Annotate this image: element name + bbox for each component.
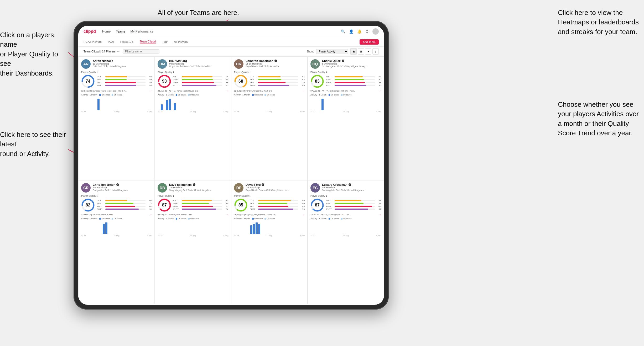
player-name[interactable]: Blair McHarg [169, 59, 228, 62]
player-name[interactable]: David Ford ✓ [246, 183, 305, 186]
player-name[interactable]: Aaron Nicholls [93, 59, 152, 62]
search-icon[interactable]: 🔍 [341, 29, 345, 34]
player-card[interactable]: CR Cameron Robertson ✓ 11-15 Handicap Ro… [231, 56, 308, 180]
latest-round-arrow[interactable]: → [226, 214, 228, 216]
nav-performance[interactable]: My Performance [130, 30, 153, 33]
grid-view-button[interactable]: ⊞ [350, 48, 357, 55]
latest-round-arrow[interactable]: → [379, 90, 381, 92]
profile-icon[interactable]: 👤 [349, 29, 354, 34]
legend-on-label: On course [331, 94, 339, 96]
annotation-heatmaps: Click here to view theHeatmaps or leader… [558, 8, 639, 36]
nav-teams[interactable]: Teams [116, 30, 125, 33]
stat-bar-fill-arg [258, 206, 288, 207]
axis-31jul: 31 Jul [234, 235, 239, 236]
nav-home[interactable]: Home [102, 30, 111, 33]
player-handicap: 1-5 Handicap [246, 186, 305, 189]
activity-chart-container: 31 Jul 21 Aug 4 Sep [81, 221, 152, 236]
player-name[interactable]: Cameron Robertson ✓ [246, 59, 305, 62]
latest-round[interactable]: 26 Aug 23 | 73 (+1), Royal North Devon G… [158, 90, 228, 92]
latest-round-arrow[interactable]: → [226, 90, 228, 92]
annotation-activities: Choose whether you seeyour players Activ… [558, 100, 639, 138]
quality-content: 68 OTT 61 APP 63 ARG [234, 74, 305, 88]
player-name[interactable]: Charlie Quick ✓ [322, 59, 381, 62]
player-card[interactable]: DB Dave Billingham ✓ 1-5 Handicap Slog M… [155, 180, 231, 304]
edit-icon[interactable]: ✏ [117, 50, 120, 53]
stat-label-ott: OTT [250, 199, 257, 202]
subnav-hcaps[interactable]: Hcaps 1-5 [120, 40, 133, 44]
latest-round[interactable]: 04 Sep 23 | Mobility with coach, Gym → [158, 214, 228, 216]
quality-circle[interactable]: 82 [81, 198, 95, 212]
search-input[interactable] [123, 49, 159, 54]
player-card[interactable]: CR Chris Robertson ✓ 1-5 Handicap Craigm… [78, 180, 155, 304]
latest-round-arrow[interactable]: → [303, 90, 305, 92]
axis-21aug: 21 Aug [343, 111, 349, 113]
stat-value-putt: 95 [223, 84, 228, 87]
subnav-tour[interactable]: Tour [162, 40, 168, 44]
sort-button[interactable]: ↕ [372, 48, 379, 55]
quality-circle[interactable]: 93 [158, 74, 171, 88]
chart-axis: 31 Jul 21 Aug 4 Sep [158, 235, 228, 236]
subnav-pga[interactable]: PGA [108, 40, 114, 44]
stat-row-app: APP 79 [326, 202, 381, 205]
legend-on-label: On course [101, 218, 110, 220]
player-card[interactable]: AN Aaron Nicholls 11-15 Handicap Drift G… [78, 56, 155, 180]
add-team-button[interactable]: Add Team [360, 39, 379, 45]
stat-label-arg: ARG [97, 81, 104, 84]
verified-badge: ✓ [342, 60, 344, 62]
player-header: BM Blair McHarg Plus Handicap Royal Nort… [158, 59, 228, 69]
latest-round[interactable]: 03 Mar 23 | 19, Must make putting → [81, 214, 152, 216]
player-card[interactable]: EC Edward Crossman ✓ 1-5 Handicap Sunnin… [308, 180, 384, 304]
filter-button[interactable]: ▼ [365, 48, 371, 55]
latest-round[interactable]: 02 Jul 23 | 59 (+17), Craigmillar Park G… [234, 90, 305, 92]
axis-31jul: 31 Jul [310, 111, 315, 113]
stat-value-app: 79 [376, 202, 381, 205]
subnav-team-clippd[interactable]: Team Clippd [140, 40, 156, 44]
quality-number: 82 [86, 203, 90, 207]
stat-bar-bg-app [182, 79, 222, 80]
latest-round[interactable]: 02 Sep 23 | Sunrose round to get back in… [81, 90, 152, 92]
quality-circle[interactable]: 85 [234, 198, 248, 212]
player-card[interactable]: CQ Charlie Quick ✓ 6-10 Handicap St. Geo… [308, 56, 384, 180]
latest-round-arrow[interactable]: → [303, 214, 305, 216]
latest-round[interactable]: 07 Aug 23 | 77 (+7), St George's Hill GC… [310, 90, 381, 92]
activity-chart-container: 31 Jul 21 Aug 4 Sep [158, 221, 228, 236]
chart-bar [169, 99, 171, 110]
quality-circle[interactable]: 68 [234, 74, 248, 88]
stat-label-app: APP [173, 202, 181, 205]
player-name[interactable]: Chris Robertson ✓ [93, 183, 152, 186]
latest-round-arrow[interactable]: → [379, 214, 381, 216]
settings-icon[interactable]: ⚙ [365, 29, 369, 34]
quality-circle[interactable]: 74 [81, 74, 95, 88]
player-card[interactable]: BM Blair McHarg Plus Handicap Royal Nort… [155, 56, 231, 180]
player-name[interactable]: Edward Crossman ✓ [322, 183, 381, 186]
stat-label-putt: PUTT [250, 208, 257, 210]
quality-number: 85 [238, 203, 243, 207]
stat-bar-fill-arg [105, 206, 135, 207]
latest-round-arrow[interactable]: → [150, 214, 152, 216]
legend-off: Off course [188, 94, 199, 96]
show-select[interactable]: Player Activity Quality Score Trend [316, 49, 348, 54]
list-view-button[interactable]: ⊟ [358, 48, 364, 55]
axis-21aug: 21 Aug [190, 235, 196, 236]
latest-round-arrow[interactable]: → [150, 90, 152, 92]
subnav-all-players[interactable]: All Players [174, 40, 188, 44]
latest-round[interactable]: 19 Jul 23 | 74 (+4), Sunningdale GC - Ol… [310, 214, 381, 216]
stat-bar-bg-arg [258, 206, 298, 207]
avatar[interactable] [372, 28, 379, 35]
legend-on: On course [176, 217, 187, 220]
latest-round-text: 26 Aug 23 | 84 (+12), Royal North Devon … [234, 214, 276, 216]
quality-circle[interactable]: 83 [310, 74, 324, 88]
quality-circle[interactable]: 87 [158, 198, 171, 212]
player-card[interactable]: DF David Ford ✓ 1-5 Handicap Royal North… [231, 180, 308, 304]
stat-bar-fill-ott [182, 200, 212, 201]
stat-bar-bg-arg [258, 82, 298, 83]
latest-round[interactable]: 26 Aug 23 | 84 (+12), Royal North Devon … [234, 214, 305, 216]
stat-bar-bg-putt [258, 209, 298, 210]
stat-row-arg: ARG 83 [250, 205, 305, 207]
player-name[interactable]: Dave Billingham ✓ [169, 183, 228, 186]
activity-chart [81, 221, 152, 234]
player-info: Edward Crossman ✓ 1-5 Handicap Sunningda… [322, 183, 381, 191]
bell-icon[interactable]: 🔔 [357, 29, 362, 34]
subnav-pgat[interactable]: PGAT Players [84, 40, 102, 44]
quality-circle[interactable]: 87 [310, 198, 324, 212]
